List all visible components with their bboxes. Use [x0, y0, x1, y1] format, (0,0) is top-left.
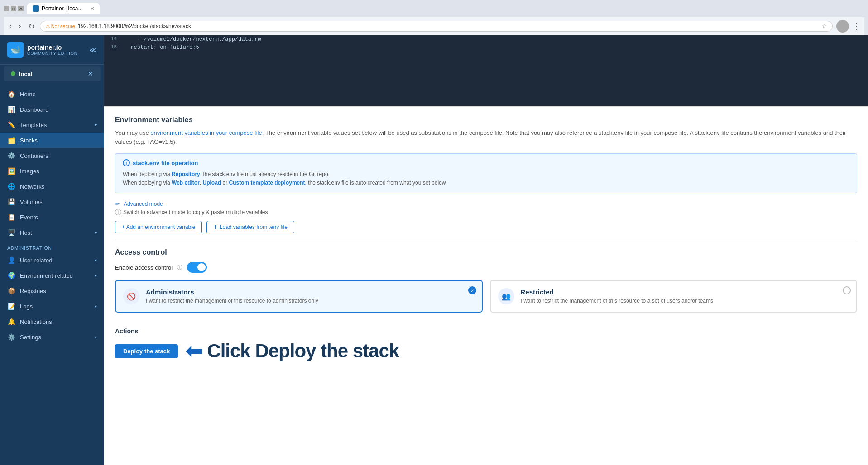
sidebar-item-host[interactable]: 🖥️ Host ▾ [0, 225, 104, 240]
logo-main: portainer.io [27, 44, 77, 51]
env-variables-desc: You may use environment variables in you… [115, 128, 857, 146]
sidebar-item-images[interactable]: 🖼️ Images [0, 163, 104, 179]
sidebar-item-volumes[interactable]: 💾 Volumes [0, 194, 104, 209]
sidebar-item-label: Notifications [20, 318, 97, 325]
minimize-button[interactable]: — [4, 6, 9, 11]
content-area: Environment variables You may use enviro… [104, 107, 868, 389]
load-env-file-button[interactable]: ⬆ Load variables from .env file [206, 221, 294, 233]
custom-template-bold: Custom template deployment [229, 180, 305, 186]
card-title-restricted: Restricted [521, 288, 714, 296]
advanced-mode-row: ✏ Advanced mode [115, 200, 857, 207]
code-line-15: 15 restart: on-failure:5 [104, 43, 868, 52]
sidebar-item-logs[interactable]: 📝 Logs ▾ [0, 299, 104, 314]
sidebar-env-item[interactable]: local ✕ [4, 66, 101, 81]
chevron-down-icon: ▾ [95, 335, 97, 340]
radio-restricted[interactable] [843, 286, 851, 294]
sidebar-item-networks[interactable]: 🌐 Networks [0, 179, 104, 194]
not-secure-indicator: ⚠ Not secure [46, 24, 75, 29]
browser-top: — □ ✕ Portainer | loca... ✕ [4, 3, 864, 14]
maximize-button[interactable]: □ [11, 6, 16, 11]
sidebar-item-label: Settings [20, 334, 90, 341]
refresh-button[interactable]: ↻ [27, 21, 36, 32]
logo-text: portainer.io COMMUNITY EDITION [27, 44, 77, 56]
deploy-row: Deploy the stack ⬅ Click Deploy the stac… [115, 340, 857, 362]
sidebar-item-user-related[interactable]: 👤 User-related ▾ [0, 252, 104, 268]
env-close-button[interactable]: ✕ [88, 70, 93, 77]
card-content-restricted: Restricted I want to restrict the manage… [521, 288, 714, 304]
sidebar-item-containers[interactable]: ⚙️ Containers [0, 148, 104, 163]
env-link[interactable]: environment variables in your compose fi… [150, 129, 262, 136]
chevron-down-icon: ▾ [95, 230, 97, 235]
host-icon: 🖥️ [7, 229, 15, 236]
sidebar-item-settings[interactable]: ⚙️ Settings ▾ [0, 329, 104, 345]
logo-sub: COMMUNITY EDITION [27, 51, 77, 56]
admin-section-header: Administration [0, 240, 104, 252]
deploy-stack-button[interactable]: Deploy the stack [115, 344, 178, 358]
sidebar-item-notifications[interactable]: 🔔 Notifications [0, 314, 104, 329]
radio-administrators[interactable] [468, 286, 476, 294]
chevron-down-icon: ▾ [95, 273, 97, 278]
notifications-icon: 🔔 [7, 318, 15, 325]
tab-bar: Portainer | loca... ✕ [27, 3, 100, 14]
access-card-administrators[interactable]: 🚫 Administrators I want to restrict the … [115, 280, 483, 313]
help-icon[interactable]: ⓘ [177, 264, 182, 271]
sidebar-item-events[interactable]: 📋 Events [0, 209, 104, 225]
toggle-row: Enable access control ⓘ [115, 262, 857, 273]
sidebar-item-label: Networks [20, 183, 97, 190]
chevron-down-icon: ▾ [95, 304, 97, 309]
access-card-restricted[interactable]: 👥 Restricted I want to restrict the mana… [490, 280, 858, 313]
bookmark-icon[interactable]: ☆ [822, 23, 827, 29]
menu-icon[interactable]: ⋮ [853, 21, 861, 31]
add-env-variable-button[interactable]: + Add an environment variable [115, 221, 202, 233]
card-title-administrators: Administrators [146, 288, 318, 296]
images-icon: 🖼️ [7, 167, 15, 175]
sidebar-item-registries[interactable]: 📦 Registries [0, 283, 104, 299]
user-icon: 👤 [7, 256, 15, 264]
logo-area: 🐋 portainer.io COMMUNITY EDITION [7, 42, 77, 58]
repository-bold: Repository [172, 171, 200, 177]
info-line-1: When deploying via Repository, the stack… [123, 170, 849, 179]
profile-icon[interactable] [836, 20, 849, 33]
upload-bold: Upload [203, 180, 221, 186]
browser-tab[interactable]: Portainer | loca... ✕ [27, 3, 100, 14]
sidebar-item-environment-related[interactable]: 🌍 Environment-related ▾ [0, 268, 104, 283]
access-control-toggle[interactable] [187, 262, 207, 273]
sidebar-item-stacks[interactable]: 🗂️ Stacks [0, 133, 104, 148]
containers-icon: ⚙️ [7, 152, 15, 159]
back-button[interactable]: ‹ [7, 21, 13, 31]
sidebar-item-label: Environment-related [20, 272, 90, 279]
sidebar-item-label: Logs [20, 303, 90, 310]
card-content-administrators: Administrators I want to restrict the ma… [146, 288, 318, 304]
card-desc-restricted: I want to restrict the management of thi… [521, 298, 714, 304]
forward-button[interactable]: › [17, 21, 23, 31]
sidebar-collapse-button[interactable]: ≪ [89, 46, 97, 54]
env-btn-row: + Add an environment variable ⬆ Load var… [115, 221, 857, 233]
templates-icon: ✏️ [7, 121, 15, 128]
sidebar-item-label: Containers [20, 152, 97, 159]
administrators-icon: 🚫 [123, 288, 139, 304]
address-bar[interactable]: ⚠ Not secure 192.168.1.18:9000/#/2/docke… [40, 21, 833, 32]
annotation-text: Click Deploy the stack [207, 340, 399, 362]
tab-close-button[interactable]: ✕ [90, 6, 94, 12]
web-editor-bold: Web editor [172, 180, 200, 186]
stacks-icon: 🗂️ [7, 137, 15, 144]
sidebar-header: 🐋 portainer.io COMMUNITY EDITION ≪ [0, 35, 104, 65]
info-line-2: When deploying via Web editor, Upload or… [123, 179, 849, 187]
arrow-left-icon: ⬅ [185, 340, 203, 362]
registries-icon: 📦 [7, 287, 15, 294]
sidebar-item-home[interactable]: 🏠 Home [0, 86, 104, 102]
not-secure-label: Not secure [51, 24, 75, 29]
access-control-section: Access control Enable access control ⓘ 🚫 [115, 239, 857, 318]
sidebar-item-label: Stacks [20, 137, 97, 144]
card-desc-administrators: I want to restrict the management of thi… [146, 298, 318, 304]
sidebar-item-label: Dashboard [20, 106, 97, 113]
actions-title: Actions [115, 327, 857, 335]
sidebar-item-templates[interactable]: ✏️ Templates ▾ [0, 117, 104, 133]
volumes-icon: 💾 [7, 198, 15, 205]
chevron-down-icon: ▾ [95, 123, 97, 128]
close-button[interactable]: ✕ [18, 6, 24, 11]
sidebar-item-dashboard[interactable]: 📊 Dashboard [0, 102, 104, 117]
advanced-mode-link[interactable]: Advanced mode [124, 201, 163, 207]
settings-icon: ⚙️ [7, 333, 15, 341]
line-code: restart: on-failure:5 [122, 44, 201, 51]
